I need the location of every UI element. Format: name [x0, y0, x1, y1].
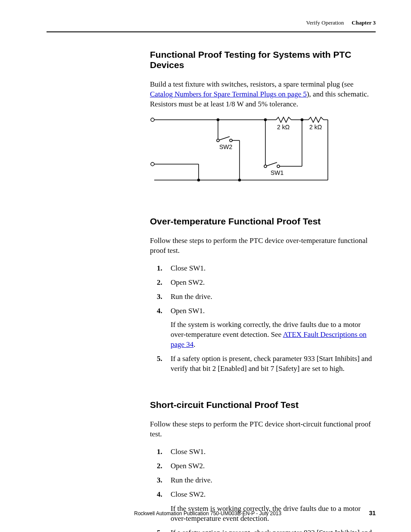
- svg-line-25: [267, 162, 277, 166]
- list-item: 1.Close SW1.: [150, 264, 376, 274]
- list-item: 4.Close SW2. If the system is working co…: [150, 490, 376, 524]
- header-chapter: Chapter 3: [352, 19, 376, 26]
- schematic-label-sw1: SW1: [271, 169, 284, 176]
- steps-short-circuit: 1.Close SW1. 2.Open SW2. 3.Run the drive…: [150, 447, 376, 532]
- steps-over-temperature: 1.Close SW1. 2.Open SW2. 3.Run the drive…: [150, 264, 376, 374]
- step-text: Open SW2.: [171, 278, 205, 286]
- svg-point-26: [277, 165, 280, 168]
- schematic-label-sw2: SW2: [219, 143, 233, 150]
- list-item: 2.Open SW2.: [150, 461, 376, 471]
- page-header: Verify Operation Chapter 3: [47, 19, 376, 32]
- text: Build a test fixture with switches, resi…: [150, 80, 354, 88]
- schematic-label-r2: 2 kΩ: [309, 124, 322, 131]
- header-section: Verify Operation: [306, 19, 344, 26]
- step-text: Close SW1.: [171, 264, 206, 272]
- page: Verify Operation Chapter 3 Functional Pr…: [0, 0, 411, 532]
- footer-publication: Rockwell Automation Publication 750-UM00…: [134, 510, 281, 516]
- step-subtext: If the system is working correctly, the …: [171, 320, 376, 350]
- schematic-diagram: SW2 SW1 2 kΩ 2 kΩ: [149, 115, 376, 190]
- list-item: 2.Open SW2.: [150, 278, 376, 288]
- svg-point-0: [151, 118, 154, 121]
- heading-short-circuit: Short-circuit Functional Proof Test: [150, 400, 376, 410]
- svg-point-14: [217, 139, 219, 142]
- paragraph-intro: Build a test fixture with switches, resi…: [150, 80, 376, 109]
- svg-point-20: [217, 118, 219, 121]
- svg-point-16: [230, 139, 232, 142]
- list-item: 5.If a safety option is present, check p…: [150, 354, 376, 374]
- list-item: 3.Run the drive.: [150, 476, 376, 485]
- step-text: If a safety option is present, check par…: [171, 355, 372, 373]
- main-content: Functional Proof Testing for Systems wit…: [150, 50, 376, 532]
- svg-point-12: [198, 179, 200, 181]
- heading-over-temperature: Over-temperature Functional Proof Test: [150, 216, 376, 227]
- svg-point-24: [264, 165, 267, 168]
- list-item: 5.If a safety option is present, check p…: [150, 528, 376, 532]
- text: .: [193, 340, 195, 348]
- list-item: 3.Run the drive.: [150, 292, 376, 302]
- step-text: Open SW1.: [171, 307, 205, 315]
- link-catalog-numbers[interactable]: Catalog Numbers for Spare Terminal Plugs…: [150, 90, 307, 98]
- paragraph-short-circuit-intro: Follow these steps to perform the PTC de…: [150, 420, 376, 439]
- step-text: Close SW1.: [171, 448, 206, 456]
- page-footer: Rockwell Automation Publication 750-UM00…: [47, 510, 376, 516]
- svg-line-15: [219, 137, 230, 140]
- step-text: Close SW2.: [171, 490, 206, 498]
- paragraph-over-temp-intro: Follow these steps to perform the PTC de…: [150, 236, 376, 256]
- schematic-label-r1: 2 kΩ: [277, 124, 290, 131]
- svg-point-19: [239, 179, 241, 181]
- step-text: Run the drive.: [171, 292, 212, 301]
- list-item: 1.Close SW1.: [150, 447, 376, 457]
- heading-functional-proof-testing: Functional Proof Testing for Systems wit…: [150, 50, 376, 70]
- footer-page-number: 31: [369, 510, 376, 516]
- step-text: Open SW2.: [171, 462, 205, 470]
- step-text: If a safety option is present, check par…: [171, 529, 372, 532]
- step-text: Run the drive.: [171, 476, 212, 484]
- svg-point-9: [151, 162, 154, 166]
- list-item: 4.Open SW1. If the system is working cor…: [150, 306, 376, 350]
